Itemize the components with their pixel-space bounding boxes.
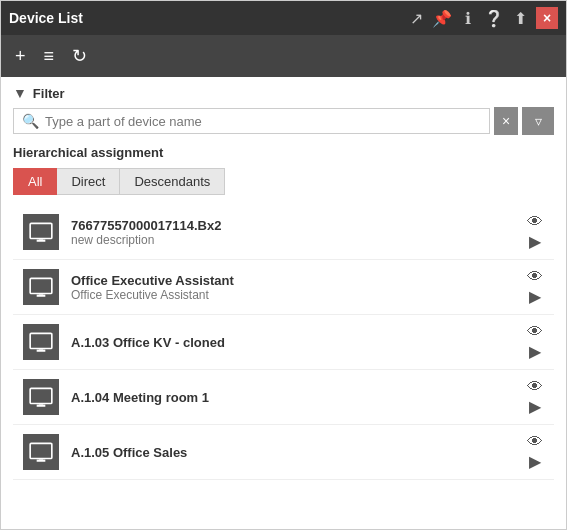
svg-rect-0 <box>30 223 52 238</box>
device-icon <box>23 434 59 470</box>
device-desc: new description <box>71 233 514 247</box>
play-button[interactable]: ▶ <box>528 233 542 251</box>
device-icon <box>23 214 59 250</box>
titlebar: Device List ↗ 📌 ℹ ❔ ⬆ × <box>1 1 566 35</box>
svg-rect-6 <box>30 333 52 348</box>
svg-rect-11 <box>39 404 43 405</box>
search-input[interactable] <box>45 114 481 129</box>
device-icon <box>23 324 59 360</box>
window-title: Device List <box>9 10 83 26</box>
device-name: A.1.04 Meeting room 1 <box>71 390 514 405</box>
device-actions: 👁 ▶ <box>526 378 544 416</box>
tab-all[interactable]: All <box>13 168 57 195</box>
play-button[interactable]: ▶ <box>528 453 542 471</box>
svg-rect-12 <box>30 443 52 458</box>
toolbar: + ≡ ↻ <box>1 35 566 77</box>
filter-funnel-icon: ▼ <box>13 85 27 101</box>
device-name: 76677557000017114.Bx2 <box>71 218 514 233</box>
table-row: 76677557000017114.Bx2 new description 👁 … <box>13 205 554 260</box>
view-button[interactable]: 👁 <box>526 213 544 231</box>
search-filter-button[interactable]: ▿ <box>522 107 554 135</box>
add-button[interactable]: + <box>11 45 30 67</box>
filter-icon-btn: ▿ <box>535 113 542 129</box>
svg-rect-5 <box>39 294 43 295</box>
view-button[interactable]: 👁 <box>526 433 544 451</box>
table-row: A.1.05 Office Sales 👁 ▶ <box>13 425 554 480</box>
filter-label: Filter <box>33 86 65 101</box>
info-icon[interactable]: ℹ <box>458 9 478 28</box>
search-wrapper: 🔍 <box>13 108 490 134</box>
device-info: A.1.03 Office KV - cloned <box>71 335 514 350</box>
view-button[interactable]: 👁 <box>526 323 544 341</box>
section-title: Hierarchical assignment <box>13 145 554 160</box>
svg-rect-3 <box>30 278 52 293</box>
refresh-button[interactable]: ↻ <box>68 45 91 67</box>
svg-rect-7 <box>37 350 46 352</box>
play-button[interactable]: ▶ <box>528 288 542 306</box>
table-row: Office Executive Assistant Office Execut… <box>13 260 554 315</box>
table-row: A.1.04 Meeting room 1 👁 ▶ <box>13 370 554 425</box>
device-info: Office Executive Assistant Office Execut… <box>71 273 514 302</box>
view-button[interactable]: 👁 <box>526 378 544 396</box>
device-actions: 👁 ▶ <box>526 213 544 251</box>
search-clear-button[interactable]: × <box>494 107 518 135</box>
content-area: ▼ Filter 🔍 × ▿ Hierarchical assignment A… <box>1 77 566 529</box>
export-icon[interactable]: ↗ <box>406 9 426 28</box>
svg-rect-4 <box>37 295 46 297</box>
svg-rect-9 <box>30 388 52 403</box>
search-icon: 🔍 <box>22 113 39 129</box>
close-button[interactable]: × <box>536 7 558 29</box>
device-icon <box>23 379 59 415</box>
search-row: 🔍 × ▿ <box>13 107 554 135</box>
help-icon[interactable]: ❔ <box>484 9 504 28</box>
list-button[interactable]: ≡ <box>40 45 59 67</box>
device-actions: 👁 ▶ <box>526 268 544 306</box>
device-name: A.1.03 Office KV - cloned <box>71 335 514 350</box>
table-row: A.1.03 Office KV - cloned 👁 ▶ <box>13 315 554 370</box>
filter-tabs: All Direct Descendants <box>13 168 554 195</box>
device-icon <box>23 269 59 305</box>
device-list: 76677557000017114.Bx2 new description 👁 … <box>13 205 554 521</box>
play-button[interactable]: ▶ <box>528 398 542 416</box>
svg-rect-1 <box>37 240 46 242</box>
filter-header: ▼ Filter <box>13 85 554 101</box>
device-name: A.1.05 Office Sales <box>71 445 514 460</box>
titlebar-icons: ↗ 📌 ℹ ❔ ⬆ × <box>406 7 558 29</box>
close-icon: × <box>543 10 551 26</box>
expand-icon[interactable]: ⬆ <box>510 9 530 28</box>
svg-rect-13 <box>37 460 46 462</box>
svg-rect-14 <box>39 459 43 460</box>
device-name: Office Executive Assistant <box>71 273 514 288</box>
device-info: 76677557000017114.Bx2 new description <box>71 218 514 247</box>
device-actions: 👁 ▶ <box>526 433 544 471</box>
device-info: A.1.05 Office Sales <box>71 445 514 460</box>
pin-icon[interactable]: 📌 <box>432 9 452 28</box>
view-button[interactable]: 👁 <box>526 268 544 286</box>
device-list-window: Device List ↗ 📌 ℹ ❔ ⬆ × + ≡ ↻ ▼ Filter 🔍 <box>0 0 567 530</box>
device-info: A.1.04 Meeting room 1 <box>71 390 514 405</box>
device-actions: 👁 ▶ <box>526 323 544 361</box>
svg-rect-10 <box>37 405 46 407</box>
svg-rect-8 <box>39 349 43 350</box>
svg-rect-2 <box>39 239 43 240</box>
tab-descendants[interactable]: Descendants <box>120 168 225 195</box>
device-desc: Office Executive Assistant <box>71 288 514 302</box>
tab-direct[interactable]: Direct <box>57 168 120 195</box>
play-button[interactable]: ▶ <box>528 343 542 361</box>
